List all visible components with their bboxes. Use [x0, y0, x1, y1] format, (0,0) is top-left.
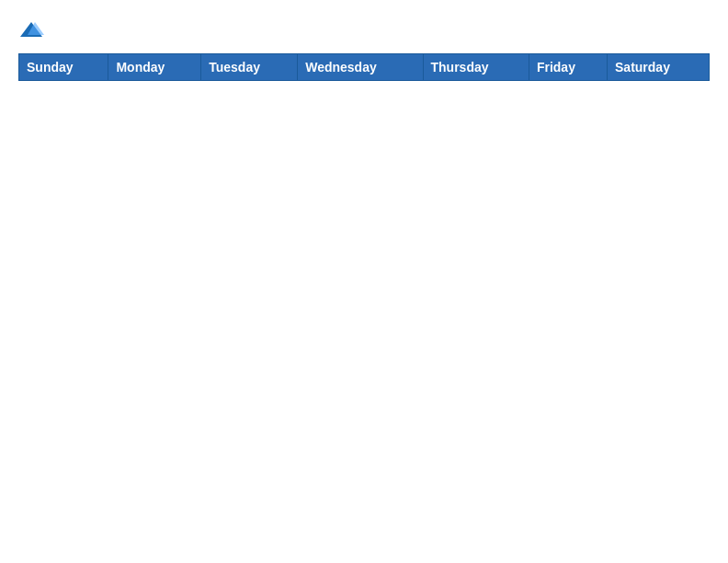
calendar-header-cell: Thursday: [423, 54, 529, 81]
calendar-header-cell: Monday: [108, 54, 201, 81]
calendar-header-cell: Saturday: [608, 54, 710, 81]
logo: [18, 18, 48, 44]
calendar-header-cell: Sunday: [19, 54, 108, 81]
calendar-table: SundayMondayTuesdayWednesdayThursdayFrid…: [18, 53, 710, 81]
page-header: [18, 18, 710, 44]
logo-icon: [18, 18, 44, 44]
calendar-header-cell: Tuesday: [201, 54, 298, 81]
calendar-header-cell: Friday: [529, 54, 607, 81]
calendar-header-row: SundayMondayTuesdayWednesdayThursdayFrid…: [19, 54, 710, 81]
calendar-header-cell: Wednesday: [298, 54, 423, 81]
